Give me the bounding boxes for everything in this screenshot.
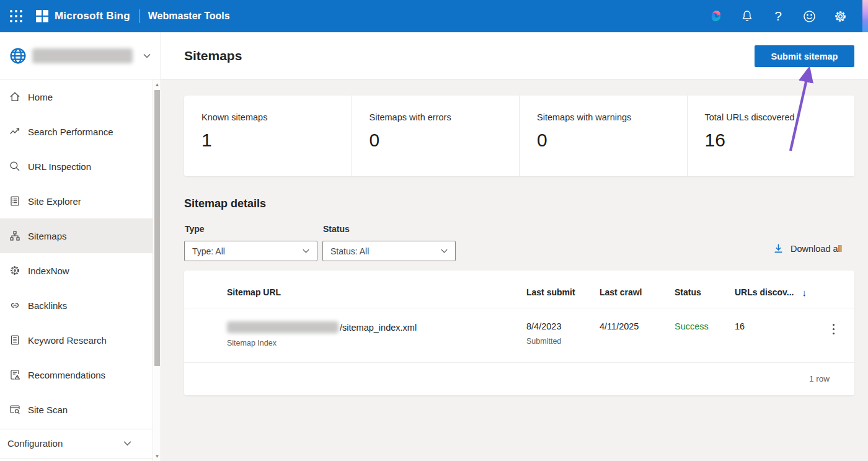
last-submit-date: 8/4/2023 xyxy=(526,321,600,331)
feedback-smiley-icon[interactable] xyxy=(797,4,821,28)
stat-value: 0 xyxy=(370,130,507,151)
sidebar-item-label: Site Scan xyxy=(28,405,68,415)
cell-urls-discovered: 16 xyxy=(735,308,828,362)
type-filter-value: Type: All xyxy=(192,246,225,256)
sort-descending-icon[interactable]: ↓ xyxy=(802,287,807,298)
page-header: Sitemaps Submit sitemap xyxy=(161,32,868,79)
sidebar-item-backlinks[interactable]: Backlinks xyxy=(0,288,153,323)
stat-value: 16 xyxy=(705,130,843,151)
table-row: /sitemap_index.xml Sitemap Index 8/4/202… xyxy=(184,308,854,363)
sidebar-scrollbar[interactable]: ▲ ▼ xyxy=(153,79,161,461)
stat-sitemaps-with-errors: Sitemaps with errors 0 xyxy=(352,96,520,176)
column-last-crawl[interactable]: Last crawl xyxy=(600,287,675,297)
stat-label: Known sitemaps xyxy=(202,112,339,122)
sitemap-type-label: Sitemap Index xyxy=(227,339,526,347)
column-last-submit[interactable]: Last submit xyxy=(526,287,600,297)
urls-discovered-value: 16 xyxy=(735,321,828,331)
stat-known-sitemaps: Known sitemaps 1 xyxy=(184,96,352,176)
type-filter-label: Type xyxy=(185,224,205,234)
top-app-bar: Microsoft Bing Webmaster Tools xyxy=(0,0,868,32)
sidebar-item-label: Backlinks xyxy=(28,300,67,311)
apps-grid-icon[interactable] xyxy=(4,4,29,29)
copilot-icon[interactable] xyxy=(704,4,728,28)
cell-last-crawl: 4/11/2025 xyxy=(600,308,675,362)
sidebar-item-recommendations[interactable]: Recommendations xyxy=(0,357,153,392)
sidebar-nav: Home Search Performance URL Inspection S… xyxy=(0,79,153,459)
download-all-button[interactable]: Download all xyxy=(773,243,842,254)
sitemap-details-heading: Sitemap details xyxy=(184,197,266,210)
status-filter-value: Status: All xyxy=(330,246,369,256)
sidebar-item-search-performance[interactable]: Search Performance xyxy=(0,114,153,149)
scrollbar-thumb[interactable] xyxy=(154,90,160,366)
sidebar-item-label: Keyword Research xyxy=(28,335,107,346)
main-content: Known sitemaps 1 Sitemaps with errors 0 … xyxy=(161,79,868,461)
cell-sitemap-url: /sitemap_index.xml Sitemap Index xyxy=(184,308,526,362)
scrollbar-up-arrow[interactable]: ▲ xyxy=(153,80,161,89)
sidebar-item-home[interactable]: Home xyxy=(0,79,153,114)
status-filter-label: Status xyxy=(323,224,350,234)
sidebar-item-label: Sitemaps xyxy=(28,231,67,241)
download-icon xyxy=(773,243,784,254)
sidebar-item-indexnow[interactable]: IndexNow xyxy=(0,253,153,288)
stat-total-urls-discovered: Total URLs discovered 16 xyxy=(687,96,855,176)
submit-sitemap-button[interactable]: Submit sitemap xyxy=(755,45,854,67)
status-badge: Success xyxy=(675,321,735,331)
column-status[interactable]: Status xyxy=(675,287,735,297)
stat-value: 1 xyxy=(202,130,339,151)
sidebar-item-site-explorer[interactable]: Site Explorer xyxy=(0,184,153,218)
site-name-blurred xyxy=(32,48,133,63)
last-submit-status: Submitted xyxy=(526,337,600,346)
chevron-down-icon xyxy=(301,246,311,256)
brand-home-link[interactable]: Microsoft Bing xyxy=(36,10,130,22)
cell-row-actions xyxy=(828,308,854,362)
url-suffix: /sitemap_index.xml xyxy=(340,323,417,333)
help-icon[interactable]: ? xyxy=(766,4,790,28)
column-urls-discovered[interactable]: URLs discov... ↓ xyxy=(735,287,828,298)
stat-sitemaps-with-warnings: Sitemaps with warnings 0 xyxy=(519,96,687,176)
scrollbar-down-arrow[interactable]: ▼ xyxy=(153,452,161,460)
brand-name: Microsoft Bing xyxy=(55,10,130,22)
sidebar-item-label: Search Performance xyxy=(28,127,113,137)
browser-edge-gradient-strip xyxy=(862,0,868,32)
url-prefix-blurred xyxy=(227,321,339,333)
stat-label: Sitemaps with errors xyxy=(370,112,507,122)
status-filter-dropdown[interactable]: Status: All xyxy=(322,241,456,261)
last-crawl-date: 4/11/2025 xyxy=(600,321,675,331)
product-name: Webmaster Tools xyxy=(148,11,230,22)
settings-gear-icon[interactable] xyxy=(828,4,852,28)
cell-last-submit: 8/4/2023 Submitted xyxy=(526,308,600,362)
link-icon xyxy=(9,299,21,311)
sidebar-item-label: Recommendations xyxy=(28,370,105,380)
sidebar: Home Search Performance URL Inspection S… xyxy=(0,32,161,461)
sidebar-section-configuration[interactable]: Configuration xyxy=(0,429,153,457)
sidebar-item-keyword-research[interactable]: Keyword Research xyxy=(0,323,153,357)
sidebar-divider xyxy=(0,459,153,459)
row-count-label: 1 row xyxy=(809,374,830,383)
topbar-divider xyxy=(139,9,140,23)
site-selector[interactable] xyxy=(0,32,161,79)
chevron-down-icon xyxy=(142,51,152,61)
sidebar-item-label: URL Inspection xyxy=(28,161,91,172)
row-kebab-menu-icon[interactable] xyxy=(829,321,838,362)
globe-icon xyxy=(9,47,27,65)
sidebar-item-label: Home xyxy=(28,92,53,102)
column-sitemap-url[interactable]: Sitemap URL xyxy=(184,287,526,297)
sitemap-icon xyxy=(9,230,21,242)
chevron-down-icon xyxy=(122,438,133,449)
sidebar-item-url-inspection[interactable]: URL Inspection xyxy=(0,149,153,184)
sidebar-item-site-scan[interactable]: Site Scan xyxy=(0,392,153,427)
configuration-label: Configuration xyxy=(7,438,63,449)
site-scan-icon xyxy=(9,403,21,416)
magnifier-icon xyxy=(9,160,21,172)
stat-label: Total URLs discovered xyxy=(705,112,843,122)
sidebar-item-label: IndexNow xyxy=(28,266,69,276)
type-filter-dropdown[interactable]: Type: All xyxy=(184,241,317,261)
sitemap-stats-card: Known sitemaps 1 Sitemaps with errors 0 … xyxy=(184,96,854,176)
table-header-row: Sitemap URL Last submit Last crawl Statu… xyxy=(184,271,854,308)
sidebar-item-sitemaps[interactable]: Sitemaps xyxy=(0,218,153,253)
chevron-down-icon xyxy=(440,246,449,256)
notifications-bell-icon[interactable] xyxy=(735,4,759,28)
indexnow-gear-icon xyxy=(9,264,21,277)
microsoft-logo-icon xyxy=(36,10,48,22)
stat-label: Sitemaps with warnings xyxy=(537,112,675,122)
